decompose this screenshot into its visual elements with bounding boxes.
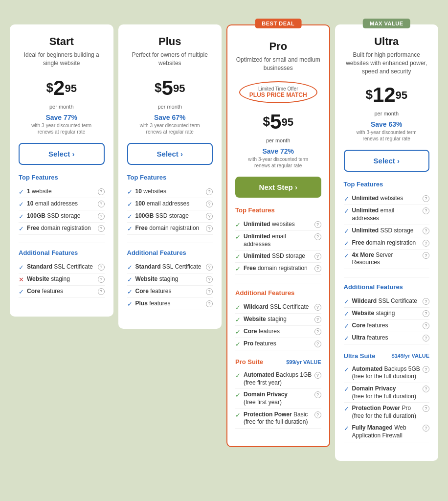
help-icon[interactable]: ? [98, 201, 105, 207]
feature-text: Website staging [135, 275, 179, 283]
help-icon[interactable]: ? [314, 265, 321, 272]
price-whole-pro: 5 [270, 110, 281, 134]
help-icon[interactable]: ? [423, 252, 429, 259]
feature-text: Protection Power Basic(free for the full… [244, 411, 308, 426]
help-icon[interactable]: ? [98, 188, 105, 195]
help-icon[interactable]: ? [423, 322, 429, 329]
price-cents-pro: 95 [281, 116, 293, 128]
save-text-pro: Save 72% [235, 147, 321, 155]
help-icon[interactable]: ? [423, 240, 429, 247]
feature-text: 10 websites [135, 188, 166, 196]
help-icon[interactable]: ? [423, 366, 429, 373]
help-icon[interactable]: ? [98, 264, 105, 271]
help-icon[interactable]: ? [423, 386, 429, 392]
help-icon[interactable]: ? [98, 213, 105, 220]
save-text-ultra: Save 63% [344, 120, 430, 128]
divider [19, 243, 105, 243]
help-icon[interactable]: ? [206, 225, 213, 232]
help-icon[interactable]: ? [423, 310, 429, 317]
plan-desc-plus: Perfect for owners of multiple websites [127, 51, 213, 68]
additional-features-list-ultra: ✓ Wildcard SSL Certificate ? ✓ Website s… [344, 296, 430, 344]
help-icon[interactable]: ? [314, 411, 321, 418]
help-icon[interactable]: ? [98, 288, 105, 295]
top-feature-item: ✓ Unlimited websites ? [235, 219, 321, 231]
help-icon[interactable]: ? [206, 201, 213, 207]
additional-feature-item: ✓ Ultra features ? [344, 332, 430, 344]
select-button-start[interactable]: Select › [19, 143, 105, 165]
help-icon[interactable]: ? [314, 328, 321, 335]
cross-icon: ✕ [19, 276, 24, 283]
help-icon[interactable]: ? [206, 276, 213, 283]
feature-text: 100 email addresses [135, 200, 190, 208]
feature-text: Fully Managed Web Application Firewall [352, 424, 421, 439]
help-icon[interactable]: ? [423, 228, 429, 234]
suite-title: Ultra Suite [344, 352, 376, 360]
help-icon[interactable]: ? [206, 213, 213, 220]
help-icon[interactable]: ? [98, 276, 105, 283]
additional-feature-item: ✓ Wildcard SSL Certificate ? [235, 301, 321, 314]
help-icon[interactable]: ? [423, 195, 429, 202]
help-icon[interactable]: ? [423, 207, 429, 214]
help-icon[interactable]: ? [423, 335, 429, 342]
help-icon[interactable]: ? [98, 225, 105, 232]
additional-feature-item: ✕ Website staging ? [19, 273, 105, 286]
feature-text: Unlimited email addresses [244, 233, 313, 248]
check-icon: ✓ [127, 213, 133, 220]
top-feature-item: ✓ 10 websites ? [127, 186, 213, 198]
feature-text: Free domain registration [135, 225, 200, 232]
feature-text: Core features [352, 322, 388, 330]
check-icon: ✓ [235, 304, 241, 311]
help-icon[interactable]: ? [423, 425, 429, 432]
price-dollar-plus: $ [155, 80, 161, 95]
additional-feature-item: ✓ Core features ? [19, 286, 105, 298]
feature-text: Standard SSL Certificate [27, 263, 93, 271]
check-icon: ✓ [235, 253, 241, 260]
top-feature-item: ✓ 100GB SSD storage ? [127, 210, 213, 223]
suite-feature-item: ✓ Automated Backups 1GB(free first year)… [235, 369, 321, 389]
top-feature-item: ✓ Unlimited email addresses ? [344, 205, 430, 225]
help-icon[interactable]: ? [314, 233, 321, 240]
select-button-plus[interactable]: Select › [127, 143, 213, 165]
top-feature-item: ✓ Unlimited email addresses ? [235, 231, 321, 250]
help-icon[interactable]: ? [206, 188, 213, 195]
plan-card-plus: PlusPerfect for owners of multiple websi… [118, 24, 222, 329]
feature-text: Unlimited SSD storage [352, 227, 414, 235]
top-feature-item: ✓ Free domain registration ? [19, 223, 105, 235]
check-icon: ✓ [344, 228, 349, 235]
per-month-ultra: per month [344, 111, 430, 116]
help-icon[interactable]: ? [423, 405, 429, 412]
limited-offer: Limited Time Offer PLUS PRICE MATCH [239, 81, 317, 103]
select-button-ultra[interactable]: Select › [344, 150, 430, 172]
check-icon: ✓ [19, 264, 24, 271]
help-icon[interactable]: ? [206, 264, 213, 271]
feature-text: Free domain registration [27, 225, 91, 232]
feature-text: Free domain registration [244, 265, 308, 273]
suite-feature-item: ✓ Protection Power Pro(free for the full… [344, 403, 430, 422]
check-icon: ✓ [344, 195, 349, 203]
save-detail-ultra: with 3-year discounted termrenews at reg… [344, 129, 430, 142]
help-icon[interactable]: ? [314, 372, 321, 379]
help-icon[interactable]: ? [314, 221, 321, 228]
help-icon[interactable]: ? [206, 288, 213, 295]
check-icon: ✓ [235, 341, 241, 348]
help-icon[interactable]: ? [314, 316, 321, 323]
feature-text: Website staging [244, 316, 287, 323]
badge-pro: BEST DEAL [255, 19, 301, 28]
help-icon[interactable]: ? [314, 341, 321, 347]
feature-text: Website staging [352, 310, 395, 318]
top-features-title-ultra: Top Features [344, 181, 430, 188]
help-icon[interactable]: ? [423, 298, 429, 305]
feature-text: Pro features [244, 340, 276, 348]
feature-text: Wildcard SSL Certificate [244, 303, 309, 311]
help-icon[interactable]: ? [314, 304, 321, 311]
check-icon: ✓ [344, 366, 349, 373]
check-icon: ✓ [344, 252, 349, 259]
check-icon: ✓ [127, 264, 133, 271]
check-icon: ✓ [235, 328, 241, 336]
suite-section-pro: Pro Suite $99/yr VALUE ✓ Automated Backu… [235, 358, 321, 429]
next-step-button[interactable]: Next Step › [235, 177, 321, 198]
help-icon[interactable]: ? [206, 300, 213, 307]
check-icon: ✓ [127, 288, 133, 296]
help-icon[interactable]: ? [314, 391, 321, 398]
help-icon[interactable]: ? [314, 253, 321, 260]
